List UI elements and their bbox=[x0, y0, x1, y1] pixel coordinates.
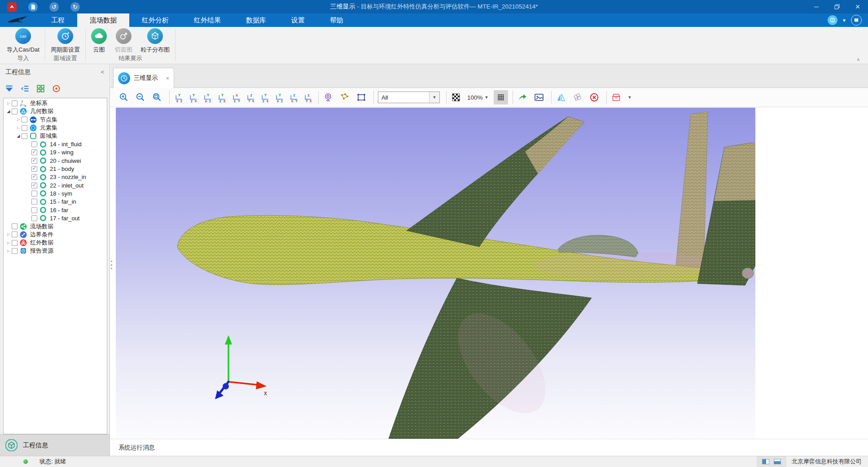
view-orientation-button[interactable]: Yzx bbox=[260, 92, 270, 103]
tab-3d-view[interactable]: 三维显示 × bbox=[113, 68, 174, 88]
tree-item[interactable]: ◢几何数据 bbox=[4, 107, 107, 115]
expander-icon[interactable]: ◢ bbox=[15, 134, 22, 138]
rect-select-icon[interactable] bbox=[356, 92, 367, 103]
display-filter-combobox[interactable]: All ▼ bbox=[378, 92, 440, 103]
menu-item[interactable]: 流场数据 bbox=[77, 13, 129, 27]
tree-checkbox[interactable] bbox=[12, 231, 18, 237]
tree-checkbox[interactable] bbox=[31, 149, 37, 155]
menu-item[interactable]: 红外结果 bbox=[181, 13, 233, 27]
tree-checkbox[interactable] bbox=[31, 158, 37, 164]
clear-scene-icon[interactable] bbox=[589, 92, 600, 103]
combobox-dropdown-icon[interactable]: ▼ bbox=[429, 92, 439, 103]
menu-item[interactable]: 帮助 bbox=[317, 13, 356, 27]
tab-close-icon[interactable]: × bbox=[166, 75, 169, 82]
expander-icon[interactable]: ▷ bbox=[15, 126, 22, 130]
tree-checkbox[interactable] bbox=[31, 207, 37, 213]
tree-checkbox[interactable] bbox=[31, 166, 37, 172]
tree-item[interactable]: 16 - far bbox=[4, 206, 107, 214]
expander-icon[interactable]: ▷ bbox=[15, 118, 22, 122]
view-orientation-button[interactable]: Yzx bbox=[188, 92, 198, 103]
tree-item[interactable]: 18 - sym bbox=[4, 189, 107, 197]
export-arrow-icon[interactable] bbox=[517, 92, 528, 103]
tree-checkbox[interactable] bbox=[12, 100, 18, 106]
tree-checkbox[interactable] bbox=[22, 117, 27, 122]
tree-checkbox[interactable] bbox=[31, 183, 37, 188]
tree-checkbox[interactable] bbox=[31, 141, 37, 147]
ribbon-button[interactable]: 导入Cas/Dat bbox=[3, 28, 44, 54]
expander-icon[interactable]: ▷ bbox=[5, 241, 12, 245]
tree-checkbox[interactable] bbox=[12, 240, 18, 246]
tree-checkbox[interactable] bbox=[12, 248, 18, 254]
view-orientation-button[interactable]: zxY bbox=[289, 92, 299, 103]
transparency-checker-icon[interactable] bbox=[451, 92, 461, 103]
tree-item[interactable]: ▷节点集 bbox=[4, 116, 107, 124]
menu-item[interactable]: 红外分析 bbox=[129, 13, 181, 27]
archive-box-icon[interactable] bbox=[611, 92, 622, 103]
tree-item[interactable]: ▷红外数据 bbox=[4, 239, 107, 247]
tree-item[interactable]: 20 - chuiwei bbox=[4, 157, 107, 165]
ribbon-button[interactable]: 云图 bbox=[87, 28, 111, 54]
tree-checkbox[interactable] bbox=[22, 133, 27, 139]
expander-icon[interactable]: ▷ bbox=[5, 249, 12, 253]
panel-splitter[interactable] bbox=[110, 252, 114, 277]
point-cloud-icon[interactable] bbox=[572, 92, 583, 103]
tree-checkbox[interactable] bbox=[22, 125, 27, 131]
viewport-3d[interactable]: x bbox=[116, 108, 755, 439]
app-badge-icon[interactable] bbox=[7, 2, 17, 12]
tree-checkbox[interactable] bbox=[12, 223, 18, 229]
tree-checkbox[interactable] bbox=[12, 109, 18, 114]
menu-item[interactable]: 设置 bbox=[279, 13, 317, 27]
tree-checkbox[interactable] bbox=[31, 199, 37, 205]
chevron-down-icon[interactable]: ▼ bbox=[842, 18, 846, 23]
view-orientation-button[interactable]: zYx bbox=[245, 92, 256, 103]
tree-checkbox[interactable] bbox=[31, 191, 37, 196]
theme-switch-icon[interactable] bbox=[828, 15, 837, 25]
layout-bottom-panel-icon[interactable] bbox=[774, 459, 781, 464]
zoom-dropdown-icon[interactable]: ▼ bbox=[485, 95, 489, 100]
view-orientation-button[interactable]: Yxz bbox=[174, 92, 184, 103]
project-panel-footer[interactable]: 工程信息 bbox=[0, 434, 110, 456]
tree-item[interactable]: 流场数据 bbox=[4, 222, 107, 230]
tree-item[interactable]: 17 - far_out bbox=[4, 214, 107, 222]
expander-icon[interactable]: ▷ bbox=[5, 101, 12, 105]
tree-item[interactable]: 23 - nozzle_in bbox=[4, 173, 107, 181]
redo-icon[interactable]: ↻ bbox=[70, 2, 80, 12]
maximize-button[interactable] bbox=[827, 0, 847, 13]
tree-item[interactable]: ▷报告资源 bbox=[4, 247, 107, 255]
tree-item[interactable]: ◢面域集 bbox=[4, 132, 107, 140]
zoom-fit-icon[interactable] bbox=[152, 92, 162, 103]
tree-item[interactable]: 19 - wing bbox=[4, 148, 107, 157]
tree-item[interactable]: 15 - far_in bbox=[4, 198, 107, 206]
tree-item[interactable]: 22 - inlet_out bbox=[4, 181, 107, 189]
tree-item[interactable]: ▷坐标系 bbox=[4, 99, 107, 107]
ribbon-button[interactable]: 周期面设置 bbox=[47, 28, 84, 54]
tree-item[interactable]: 21 - body bbox=[4, 165, 107, 173]
layout-left-panel-icon[interactable] bbox=[762, 459, 769, 464]
grid-view-icon[interactable] bbox=[36, 84, 45, 93]
tree-checkbox[interactable] bbox=[31, 174, 37, 180]
panel-collapse-icon[interactable]: < bbox=[101, 69, 104, 75]
menu-item[interactable]: 数据库 bbox=[233, 13, 279, 27]
screenshot-icon[interactable] bbox=[534, 92, 544, 103]
ribbon-collapse-icon[interactable]: ∧ bbox=[857, 57, 860, 62]
zoom-percent-value[interactable]: 100% bbox=[467, 94, 483, 101]
tree-item[interactable]: ▷元素集 bbox=[4, 124, 107, 132]
close-button[interactable]: × bbox=[847, 0, 868, 13]
expander-icon[interactable]: ▷ bbox=[5, 232, 12, 236]
minimize-button[interactable]: ─ bbox=[806, 0, 827, 13]
ribbon-button[interactable]: 粒子分布图 bbox=[136, 28, 174, 54]
view-orientation-button[interactable]: zYx bbox=[303, 92, 313, 103]
archive-dropdown-icon[interactable]: ▼ bbox=[627, 95, 631, 100]
expander-icon[interactable]: ◢ bbox=[5, 109, 12, 113]
tree-item[interactable]: ▷边界条件 bbox=[4, 231, 107, 239]
new-document-icon[interactable] bbox=[28, 2, 38, 12]
view-orientation-button[interactable]: Yxz bbox=[274, 92, 285, 103]
view-orientation-button[interactable]: xzY bbox=[231, 92, 241, 103]
view-orientation-button[interactable]: Yzx bbox=[217, 92, 227, 103]
zoom-in-icon[interactable] bbox=[118, 92, 129, 103]
help-book-icon[interactable] bbox=[851, 15, 862, 26]
zoom-out-icon[interactable] bbox=[135, 92, 146, 103]
locate-icon[interactable] bbox=[52, 84, 61, 93]
filter-icon[interactable] bbox=[4, 84, 14, 93]
menu-item[interactable]: 工程 bbox=[39, 13, 77, 27]
